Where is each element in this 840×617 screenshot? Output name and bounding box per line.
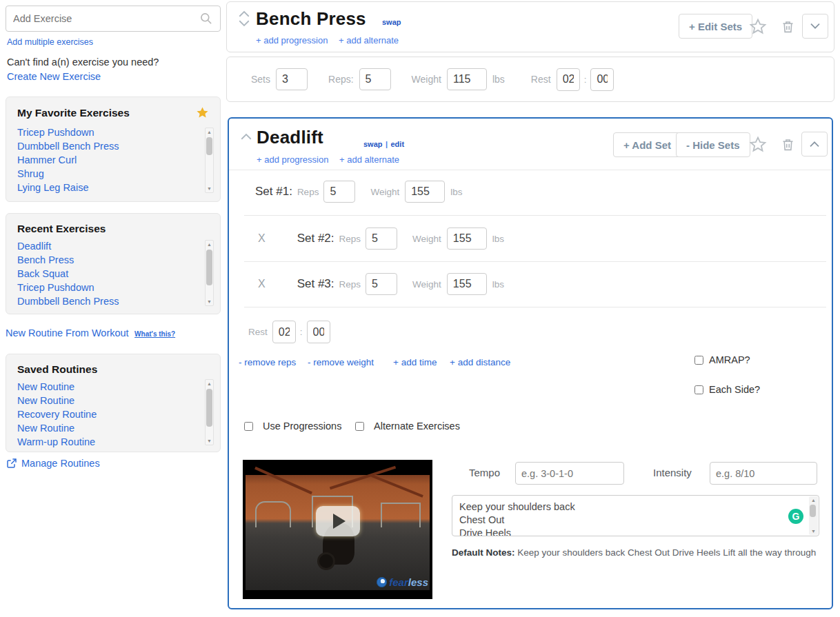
rest-minutes-input[interactable] bbox=[557, 68, 580, 91]
set-row: X Set #3: Reps Weight lbs bbox=[258, 273, 504, 295]
weight-input[interactable] bbox=[405, 181, 445, 203]
alternate-exercises-checkbox[interactable] bbox=[355, 422, 364, 431]
edit-sets-button[interactable]: + Edit Sets bbox=[679, 14, 752, 39]
add-alternate-link[interactable]: + add alternate bbox=[339, 154, 399, 165]
scrollbar-thumb[interactable] bbox=[206, 250, 212, 285]
scroll-up-icon[interactable]: ▲ bbox=[809, 496, 818, 504]
search-input[interactable] bbox=[13, 13, 199, 24]
list-item[interactable]: Tricep Pushdown bbox=[17, 125, 209, 139]
scrollbar[interactable]: ▲ ▼ bbox=[205, 240, 214, 306]
weight-unit: lbs bbox=[492, 74, 505, 85]
collapse-toggle-button[interactable] bbox=[802, 14, 828, 39]
favorite-star-icon bbox=[196, 106, 209, 119]
collapse-toggle-button[interactable] bbox=[801, 132, 828, 156]
scrollbar-thumb[interactable] bbox=[206, 137, 212, 155]
swap-link[interactable]: swap bbox=[382, 18, 401, 26]
favorite-star-icon[interactable] bbox=[749, 136, 767, 154]
whats-this-link[interactable]: What's this? bbox=[134, 330, 175, 338]
add-progression-link[interactable]: + add progression bbox=[257, 154, 328, 165]
weight-input[interactable] bbox=[447, 68, 487, 90]
grammarly-icon[interactable]: G bbox=[788, 509, 803, 524]
intensity-input[interactable] bbox=[710, 462, 817, 485]
reps-input[interactable] bbox=[366, 273, 397, 295]
list-item[interactable]: Dumbbell Bench Press bbox=[17, 139, 209, 153]
scrollbar-thumb[interactable] bbox=[206, 389, 212, 427]
scrollbar-thumb[interactable] bbox=[810, 505, 816, 517]
search-icon[interactable] bbox=[199, 12, 213, 26]
move-down-icon[interactable] bbox=[238, 19, 250, 28]
rest-minutes-input[interactable] bbox=[272, 321, 296, 343]
favorites-title: My Favorite Exercises bbox=[17, 107, 130, 119]
list-item[interactable]: New Routine bbox=[17, 421, 209, 435]
hide-sets-button[interactable]: - Hide Sets bbox=[676, 132, 750, 157]
brand-text-light: less bbox=[408, 576, 428, 588]
reps-input[interactable] bbox=[323, 181, 355, 203]
remove-reps-link[interactable]: - remove reps bbox=[239, 357, 296, 367]
sets-label: Sets bbox=[251, 74, 270, 85]
rest-seconds-input[interactable] bbox=[307, 321, 330, 343]
weight-label: Weight bbox=[412, 279, 441, 290]
rest-label: Rest bbox=[531, 74, 551, 85]
scrollbar[interactable]: ▲ ▼ bbox=[205, 379, 214, 445]
scroll-down-icon[interactable]: ▼ bbox=[809, 527, 818, 535]
add-multiple-exercises-link[interactable]: Add multiple exercises bbox=[7, 37, 93, 47]
trash-icon[interactable] bbox=[781, 137, 795, 152]
list-item[interactable]: Recovery Routine bbox=[17, 407, 209, 421]
scroll-up-icon[interactable]: ▲ bbox=[206, 128, 213, 136]
recent-title: Recent Exercises bbox=[17, 223, 106, 235]
list-item[interactable]: New Routine bbox=[17, 380, 209, 394]
add-set-button[interactable]: + Add Set bbox=[613, 132, 681, 157]
edit-link[interactable]: edit bbox=[391, 140, 405, 148]
list-item[interactable]: Bench Press bbox=[17, 253, 209, 267]
reps-input[interactable] bbox=[359, 68, 391, 90]
new-routine-from-workout-link[interactable]: New Routine From Workout bbox=[6, 327, 129, 338]
reps-input[interactable] bbox=[366, 227, 397, 250]
scroll-up-icon[interactable]: ▲ bbox=[206, 241, 213, 248]
trash-icon[interactable] bbox=[781, 19, 795, 34]
sets-input[interactable] bbox=[276, 68, 308, 90]
list-item[interactable]: Tricep Pushdown bbox=[17, 281, 209, 294]
exercise-video-thumbnail[interactable]: fearless bbox=[243, 460, 432, 599]
list-item[interactable]: Hammer Curl bbox=[17, 153, 209, 167]
weight-unit: lbs bbox=[450, 187, 462, 197]
list-item[interactable]: Warm-up Routine bbox=[17, 435, 209, 449]
remove-set-button[interactable]: X bbox=[258, 278, 266, 290]
list-item[interactable]: Shrug bbox=[17, 167, 209, 181]
swap-link[interactable]: swap bbox=[363, 140, 383, 148]
manage-routines-link[interactable]: Manage Routines bbox=[21, 458, 100, 469]
notes-textarea[interactable]: Keep your shoulders back Chest Out Drive… bbox=[452, 496, 808, 536]
list-item[interactable]: New Routine bbox=[17, 394, 209, 407]
favorite-star-icon[interactable] bbox=[749, 18, 767, 36]
play-button[interactable] bbox=[316, 506, 360, 536]
amrap-label: AMRAP? bbox=[709, 354, 750, 365]
move-up-icon[interactable] bbox=[240, 132, 252, 141]
cant-find-text: Can't find a(n) exercise you need? bbox=[7, 57, 159, 68]
add-alternate-link[interactable]: + add alternate bbox=[339, 35, 399, 45]
add-progression-link[interactable]: + add progression bbox=[256, 35, 328, 45]
list-item[interactable]: Dumbbell Bench Press bbox=[17, 294, 209, 308]
list-item[interactable]: Deadlift bbox=[17, 239, 209, 253]
scroll-up-icon[interactable]: ▲ bbox=[206, 380, 213, 387]
scrollbar[interactable]: ▲ ▼ bbox=[809, 496, 818, 535]
scroll-down-icon[interactable]: ▼ bbox=[206, 185, 213, 192]
create-new-exercise-link[interactable]: Create New Exercise bbox=[7, 71, 101, 82]
rest-seconds-input[interactable] bbox=[590, 68, 614, 91]
amrap-checkbox[interactable] bbox=[694, 356, 703, 365]
list-item[interactable]: Back Squat bbox=[17, 267, 209, 281]
scrollbar[interactable]: ▲ ▼ bbox=[205, 128, 214, 193]
add-distance-link[interactable]: + add distance bbox=[450, 357, 510, 367]
weight-label: Weight bbox=[412, 74, 441, 85]
tempo-input[interactable] bbox=[515, 462, 624, 485]
each-side-checkbox[interactable] bbox=[694, 385, 703, 394]
add-time-link[interactable]: + add time bbox=[393, 357, 437, 367]
scroll-down-icon[interactable]: ▼ bbox=[206, 437, 213, 445]
remove-weight-link[interactable]: - remove weight bbox=[308, 357, 374, 367]
move-up-icon[interactable] bbox=[238, 10, 250, 18]
weight-input[interactable] bbox=[447, 273, 487, 295]
weight-input[interactable] bbox=[447, 227, 487, 250]
remove-set-button[interactable]: X bbox=[258, 232, 266, 245]
use-progressions-checkbox[interactable] bbox=[244, 422, 253, 431]
reps-label: Reps: bbox=[328, 74, 354, 85]
scroll-down-icon[interactable]: ▼ bbox=[206, 298, 213, 305]
list-item[interactable]: Lying Leg Raise bbox=[17, 181, 209, 194]
